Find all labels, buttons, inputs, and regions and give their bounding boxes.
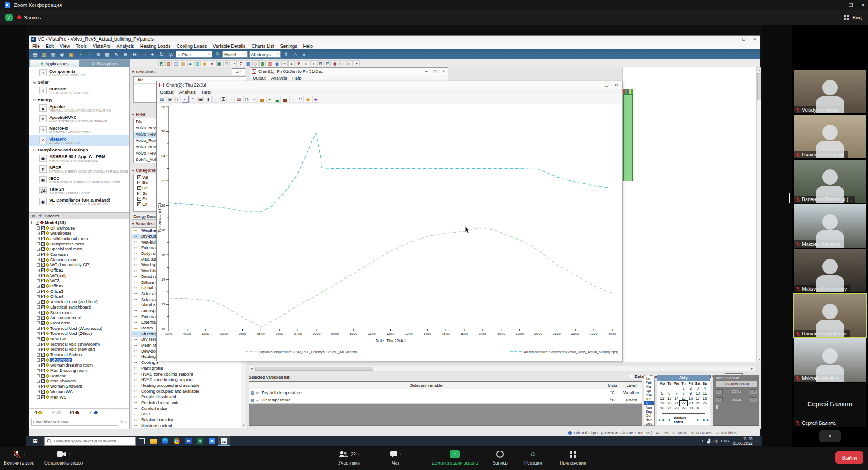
space-item[interactable]: + Office1 [31,268,129,273]
space-checkbox[interactable] [41,343,45,346]
animate-icon[interactable]: ◈ [312,96,319,103]
filter-checkbox[interactable] [52,411,55,414]
spaces-filter-input[interactable] [31,419,118,426]
files-label[interactable]: Files: [132,112,147,117]
category-checkbox[interactable] [137,186,141,190]
Сергей Балюта[interactable]: Сергей Балюта Сергей Балюта [794,383,866,427]
space-item[interactable]: + Technical void (new car) [31,347,129,352]
variable-item[interactable]: ⊶ People dissatisfied [132,394,246,400]
steps-icon[interactable]: ∴ [212,96,219,103]
space-checkbox[interactable] [41,231,45,235]
Максим Масліков[interactable]: Максим Масліков Максим Масліков [794,204,866,248]
menu-item[interactable]: Settings [280,43,297,49]
excel-icon[interactable]: X [194,436,206,446]
space-item[interactable]: + WC (low-mobility GP) [31,263,129,268]
snapshot-icon[interactable]: ▣ [197,96,204,103]
chevron-up-icon[interactable]: ˄ [400,452,402,456]
space-checkbox[interactable] [41,374,45,378]
gem-icon[interactable]: ◇ [252,60,259,66]
participants-collapse-button[interactable]: ∨ [819,430,841,442]
Maksym Kryvosheiev[interactable]: Maksym Kryvosheiev Maksym Kryvosheiev [794,249,866,292]
database-icon[interactable]: ▦ [104,51,111,58]
zoom-in-icon[interactable]: ⊕ [122,51,129,58]
half2-icon[interactable]: ◑ [310,60,316,66]
space-item[interactable]: + Technical void (showroom) [31,342,129,347]
space-checkbox[interactable] [41,226,45,230]
month-item[interactable]: Feb [644,381,654,385]
expander-icon[interactable]: + [37,321,40,324]
notes-label[interactable]: No Notes [696,431,712,435]
home-view-icon[interactable]: ⌂ [291,51,299,58]
calendar-day[interactable]: 6 [666,391,673,396]
space-item[interactable]: + Office4 [31,294,129,300]
curve-icon[interactable]: ≈ [251,96,258,103]
chrome-icon[interactable] [171,436,183,446]
histogram-icon[interactable]: ▮ [205,96,212,103]
mute-button[interactable]: ˄ Включить звук [4,449,34,465]
space-checkbox[interactable] [41,385,45,388]
expander-icon[interactable]: + [37,226,40,230]
ve-minimize-icon[interactable]: ─ [732,37,735,41]
space-checkbox[interactable] [41,247,45,251]
Volodymyr Boyko[interactable]: Volodymyr Boyko Volodymyr Boyko [794,70,866,113]
expander-icon[interactable]: + [37,279,40,282]
expander-icon[interactable]: + [37,285,40,288]
save-cd-icon[interactable]: ◉ [58,51,66,58]
space-item[interactable]: + Technical room(2nd floor) [31,299,129,305]
panel-icon[interactable]: ▣ [216,60,222,66]
hatch-icon[interactable]: ▨ [165,60,172,66]
expander-icon[interactable]: + [37,316,40,320]
space-checkbox[interactable] [41,358,45,362]
ApacheHVAC[interactable]: ≈ ApacheHVAC HVAC SYSTEM SIMULATION INTE… [29,113,129,124]
cells-icon[interactable]: ▥ [194,60,201,66]
delete-icon[interactable]: ▦ [250,398,254,402]
space-checkbox[interactable] [41,300,45,304]
space-checkbox[interactable] [41,263,45,267]
reactions-button[interactable]: ☺ Реакции [524,449,542,465]
variable-item[interactable]: ⊶ Heating occupied and available [132,383,246,389]
print-icon[interactable]: ▣ [166,96,173,103]
space-checkbox[interactable] [41,348,45,351]
maximize-icon[interactable]: ▢ [433,69,437,74]
expander-icon[interactable]: + [37,253,40,256]
month-item[interactable]: Dec [644,422,654,426]
SunCast[interactable]: ☼ SunCast SOLAR SHADING ANALYSIS [29,85,129,96]
copy-icon[interactable]: ◫ [174,96,181,103]
block-icon[interactable]: ◼ [274,60,280,66]
chart2-window[interactable]: ∿ Chart(2): Thu 22/Jul ─ ▢ ✕ OutputAnaly… [156,81,622,361]
calendar-day[interactable]: 25 [701,401,708,406]
tab-applications[interactable]: ◉Applications [29,59,80,67]
calendar-day[interactable]: 19 [659,401,666,406]
export-icon[interactable]: ▣ [67,51,75,58]
new-file-icon[interactable]: ▤ [31,51,39,58]
calendar-day[interactable]: 21 [673,401,680,406]
next-dates-icon[interactable]: ► [696,418,700,422]
taskbar-search[interactable] [44,437,136,446]
expander-icon[interactable]: + [37,301,40,304]
space-checkbox[interactable] [41,316,45,320]
prev-time-button[interactable]: < [716,397,723,402]
space-checkbox[interactable] [41,253,45,256]
calendar-day[interactable]: 15 [680,396,687,401]
share-screen-button[interactable]: ↑ Демонстрация экрана [432,449,478,465]
month-item[interactable]: Jul [644,401,654,405]
space-item[interactable]: + Corridor [31,373,129,379]
space-checkbox[interactable] [41,321,45,325]
next-day-button[interactable]: > [750,389,757,394]
calendar-day[interactable]: 2 [687,386,694,391]
space-item[interactable]: + Woman dreesing room [31,363,129,368]
storeys-dropdown[interactable]: All storeys˅ [249,51,281,58]
space-item[interactable]: + Air compartment [31,315,129,320]
plus-grid-icon[interactable]: ⊞ [317,60,324,66]
chevron-down-icon[interactable]: ∨ [125,420,127,424]
month-item[interactable]: Sep [644,409,654,414]
space-item[interactable]: + WC3 [31,278,129,284]
menu-item[interactable]: Analysis [179,89,195,94]
select-arrow-icon[interactable]: ↖ [113,51,120,58]
expander-icon[interactable]: + [37,269,40,272]
ve-maximize-icon[interactable]: ▢ [742,37,746,41]
calendar-day[interactable]: 16 [687,396,694,401]
default-dates-label[interactable]: Default dates [674,416,693,424]
shade-icon[interactable]: ▧ [267,60,273,66]
month-item[interactable]: Jun [644,397,654,401]
